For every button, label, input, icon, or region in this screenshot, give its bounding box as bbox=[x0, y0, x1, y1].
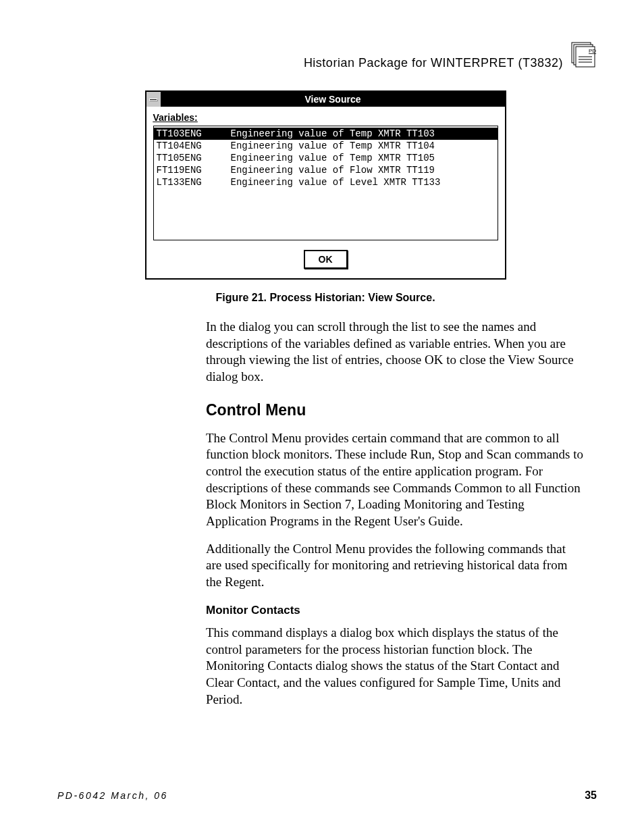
variable-name: LT133ENG bbox=[157, 176, 231, 188]
variable-description: Engineering value of Flow XMTR TT119 bbox=[231, 164, 495, 176]
header-part-a: Historian Package for W bbox=[304, 56, 443, 70]
dialog-body: Variables: TT103ENGEngineering value of … bbox=[146, 107, 505, 278]
variables-listbox[interactable]: TT103ENGEngineering value of Temp XMTR T… bbox=[153, 126, 498, 240]
page: Historian Package for WINTERPRET (T3832)… bbox=[0, 0, 644, 834]
page-footer: PD-6042 March, 06 35 bbox=[57, 789, 597, 802]
list-item[interactable]: TT105ENGEngineering value of Temp XMTR T… bbox=[154, 152, 498, 164]
variable-name: TT104ENG bbox=[157, 140, 231, 152]
figure-caption: Figure 21. Process Historian: View Sourc… bbox=[54, 292, 597, 304]
dialog-button-row: OK bbox=[153, 250, 498, 269]
header-part-c: (T3832) bbox=[514, 56, 563, 70]
variable-name: TT103ENG bbox=[157, 128, 231, 140]
footer-page-number: 35 bbox=[585, 789, 597, 802]
list-item[interactable]: LT133ENGEngineering value of Level XMTR … bbox=[154, 176, 498, 188]
page-header-row: Historian Package for WINTERPRET (T3832)… bbox=[54, 41, 597, 70]
pd-document-icon: PD bbox=[570, 41, 597, 70]
list-item[interactable]: FT119ENGEngineering value of Flow XMTR T… bbox=[154, 164, 498, 176]
paragraph-4: This command displays a dialog box which… bbox=[206, 625, 583, 708]
heading-control-menu: Control Menu bbox=[206, 400, 583, 421]
footer-doc-id: PD-6042 March, 06 bbox=[57, 790, 168, 801]
variable-name: TT105ENG bbox=[157, 152, 231, 164]
variable-description: Engineering value of Temp XMTR TT104 bbox=[231, 140, 495, 152]
system-menu-icon bbox=[149, 99, 157, 101]
body-text-block: In the dialog you can scroll through the… bbox=[206, 319, 583, 708]
view-source-dialog: View Source Variables: TT103ENGEngineeri… bbox=[145, 90, 506, 280]
variables-label-text: Variables: bbox=[153, 112, 198, 123]
page-header-title: Historian Package for WINTERPRET (T3832) bbox=[304, 56, 563, 70]
header-part-b: INTERPRET bbox=[442, 56, 514, 70]
paragraph-1: In the dialog you can scroll through the… bbox=[206, 319, 583, 386]
list-item[interactable]: TT103ENGEngineering value of Temp XMTR T… bbox=[154, 128, 498, 140]
dialog-titlebar: View Source bbox=[146, 92, 505, 107]
variables-label: Variables: bbox=[153, 112, 498, 123]
variable-name: FT119ENG bbox=[157, 164, 231, 176]
heading-monitor-contacts: Monitor Contacts bbox=[206, 603, 583, 618]
svg-text:PD: PD bbox=[589, 48, 596, 54]
system-menu-button[interactable] bbox=[146, 92, 161, 107]
dialog-title: View Source bbox=[161, 92, 505, 107]
ok-button[interactable]: OK bbox=[304, 250, 348, 269]
variable-description: Engineering value of Level XMTR TT133 bbox=[231, 176, 495, 188]
variable-description: Engineering value of Temp XMTR TT105 bbox=[231, 152, 495, 164]
paragraph-2: The Control Menu provides certain comman… bbox=[206, 430, 583, 530]
list-item[interactable]: TT104ENGEngineering value of Temp XMTR T… bbox=[154, 140, 498, 152]
variable-description: Engineering value of Temp XMTR TT103 bbox=[231, 128, 495, 140]
paragraph-3: Additionally the Control Menu provides t… bbox=[206, 541, 583, 591]
